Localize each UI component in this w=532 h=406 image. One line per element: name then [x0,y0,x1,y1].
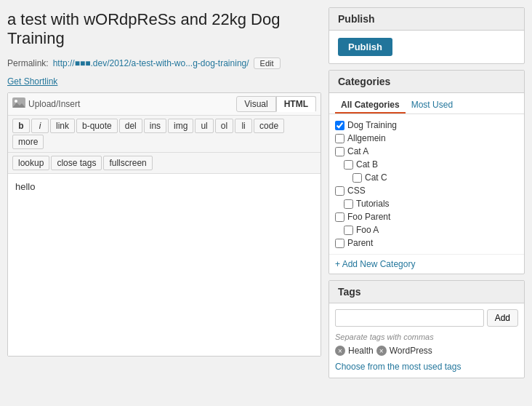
toolbar-i[interactable]: i [31,119,49,133]
category-tabs: All Categories Most Used [329,93,524,114]
tag-label: Health [348,346,374,356]
category-label: Tutorials [356,199,390,209]
category-label: Dog Training [347,120,397,130]
toolbar-code[interactable]: code [254,119,284,133]
tab-visual[interactable]: Visual [236,96,275,112]
publish-actions: Publish [329,31,524,63]
category-item[interactable]: Cat B [335,158,518,171]
category-item[interactable]: Cat A [335,145,518,158]
category-item[interactable]: Cat C [335,171,518,184]
tag-remove-icon[interactable]: × [335,346,345,356]
category-checkbox[interactable] [335,239,344,248]
toolbar-b[interactable]: b [12,119,30,133]
choose-tags-anchor[interactable]: Choose from the most used tags [335,362,461,372]
publish-button[interactable]: Publish [338,38,392,56]
category-item[interactable]: Foo A [335,223,518,236]
category-label: Foo Parent [347,212,390,222]
publish-box: Publish Publish [329,7,525,64]
category-item[interactable]: Dog Training [335,119,518,132]
permalink-url[interactable]: http://■■■.dev/2012/a-test-with-wo...g-d… [53,58,249,68]
category-item[interactable]: Foo Parent [335,210,518,223]
tags-input[interactable] [335,309,484,327]
tab-all-categories[interactable]: All Categories [335,97,406,114]
get-shortlink: Get Shortlink [7,76,321,87]
permalink-label: Permalink: [7,58,49,68]
categories-header: Categories [329,71,524,93]
add-category-link[interactable]: + Add New Category [329,254,524,274]
svg-point-1 [15,100,17,103]
category-label: Parent [347,238,373,248]
toolbar-row-2: lookup close tags fullscreen [8,153,321,174]
category-list: Dog TrainingAllgemeinCat ACat BCat CCSST… [329,114,524,254]
category-label: Foo A [356,225,379,235]
categories-box: Categories All Categories Most Used Dog … [329,70,525,274]
category-checkbox[interactable] [335,121,344,130]
toolbar-li[interactable]: li [235,119,252,133]
permalink-bar: Permalink: http://■■■.dev/2012/a-test-wi… [7,57,321,69]
toolbar-ul[interactable]: ul [195,119,213,133]
category-label: CSS [347,186,366,196]
post-title: a test with wORdpReSs and 22kg Dog Train… [7,7,321,52]
category-item[interactable]: Tutorials [335,197,518,210]
editor-content: hello [15,181,35,192]
category-item[interactable]: Allgemein [335,132,518,145]
tag-item: ×WordPress [376,346,432,356]
toolbar-link[interactable]: link [50,119,75,133]
tags-input-row: Add [329,303,524,333]
tag-remove-icon[interactable]: × [376,346,387,356]
category-label: Cat C [365,172,387,183]
category-checkbox[interactable] [335,147,344,156]
category-checkbox[interactable] [335,134,344,143]
tab-most-used[interactable]: Most Used [406,97,459,114]
toolbar-ol[interactable]: ol [215,119,233,133]
tags-list: ×Health×WordPress [329,346,524,362]
toolbar-fullscreen[interactable]: fullscreen [103,156,152,170]
upload-insert[interactable]: Upload/Insert [12,97,80,110]
toolbar-more[interactable]: more [12,135,44,149]
edit-permalink-button[interactable]: Edit [254,57,281,69]
toolbar-img[interactable]: img [168,119,193,133]
tags-box: Tags Add Separate tags with commas ×Heal… [329,280,525,378]
editor-body[interactable]: hello [8,174,321,356]
add-tag-button[interactable]: Add [487,309,518,327]
get-shortlink-link[interactable]: Get Shortlink [7,76,57,87]
category-checkbox[interactable] [344,226,353,235]
add-category-anchor[interactable]: + Add New Category [335,259,415,269]
category-label: Cat A [347,146,368,156]
tag-label: WordPress [390,346,432,356]
publish-header: Publish [329,8,524,31]
editor-container: Upload/Insert Visual HTML b i link b-quo… [7,92,321,357]
category-label: Cat B [356,159,378,170]
tags-header: Tags [329,281,524,303]
category-item[interactable]: Parent [335,236,518,250]
tag-item: ×Health [335,346,374,356]
editor-top-bar: Upload/Insert Visual HTML [8,93,321,116]
toolbar-lookup[interactable]: lookup [12,156,49,170]
category-checkbox[interactable] [335,186,344,196]
tab-html[interactable]: HTML [276,96,316,112]
choose-tags-link[interactable]: Choose from the most used tags [329,362,524,378]
upload-insert-label: Upload/Insert [28,99,80,109]
toolbar-ins[interactable]: ins [144,119,166,133]
category-checkbox[interactable] [335,212,344,222]
toolbar-row-1: b i link b-quote del ins img ul ol li co… [8,116,321,153]
toolbar-b-quote[interactable]: b-quote [76,119,118,133]
category-checkbox[interactable] [352,173,362,183]
view-tabs: Visual HTML [236,96,316,112]
category-checkbox[interactable] [344,160,353,170]
category-checkbox[interactable] [344,199,353,209]
tags-hint: Separate tags with commas [329,333,524,346]
upload-insert-icon [12,97,25,110]
category-item[interactable]: CSS [335,184,518,197]
toolbar-close-tags[interactable]: close tags [51,156,102,170]
category-label: Allgemein [347,133,386,143]
toolbar-del[interactable]: del [119,119,142,133]
